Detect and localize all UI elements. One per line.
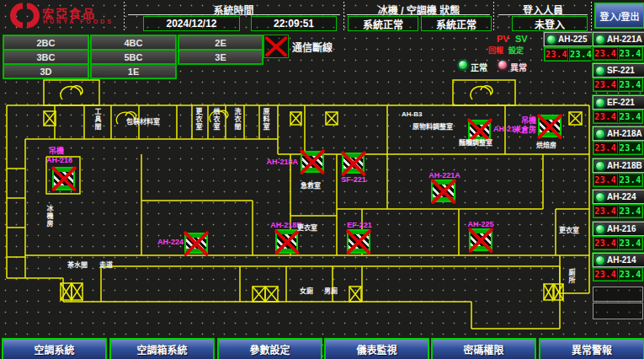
plan-unit-ah-225-icon[interactable] [469, 228, 492, 251]
room-label: 原物料調整室 [412, 123, 453, 131]
plan-unit-label: AH-224 [148, 238, 184, 246]
status-light-icon [546, 35, 556, 45]
plan-unit-label: SF-221 [337, 175, 370, 184]
room-label: 茶水間 [67, 261, 88, 269]
separator [493, 2, 494, 30]
ahu-row-ah-225[interactable]: AH-225 [544, 32, 593, 46]
plan-unit-label: 吊機 [49, 147, 64, 155]
plan-unit-label: AH-225 [464, 220, 498, 228]
sv-desc-legend: 設定 [508, 45, 524, 56]
separator [124, 2, 125, 30]
comm-offline-label: 通信斷線 [292, 40, 333, 54]
system-date-value: 2024/12/12 [143, 16, 240, 31]
chiller-status-value: 系統正常 [348, 16, 418, 31]
divider [498, 14, 588, 15]
status-light-icon [595, 35, 605, 45]
room-label: AH-B3 [402, 110, 422, 118]
room-label: 麵糰調整室 [459, 139, 492, 147]
header: 宏亞食品 HUNYA FOODS 系統時間 2024/12/12 22:09:5… [0, 0, 644, 32]
sv-value: 23.4 [569, 48, 593, 61]
room-label: 烘衣室 [211, 108, 221, 131]
room-label: 更衣室 [194, 108, 203, 131]
floorplan: 吊機 AH-216 AH-224 AH-218B AH-218A SF-221 … [0, 74, 644, 337]
abnormal-legend-label: 異常 [510, 61, 527, 73]
plan-unit-ah-221a-icon[interactable] [431, 180, 455, 202]
room-label: 廁所 [567, 269, 576, 284]
room-label: 急救室 [301, 182, 321, 190]
plan-unit-ah-218b-icon[interactable] [275, 229, 298, 254]
plan-unit-label: AH-221A [426, 171, 463, 180]
plan-unit-sf-221-icon[interactable] [342, 153, 365, 174]
ahu-name: AH-225 [558, 35, 587, 44]
plan-unit-ah-218a-icon[interactable] [301, 151, 324, 173]
system-clock-value: 22:09:51 [251, 16, 337, 31]
pv-value: 23.4 [545, 48, 568, 61]
normal-light-icon [458, 60, 468, 70]
normal-legend-label: 正常 [471, 61, 487, 73]
plan-unit-label: AH-218A [261, 158, 298, 166]
plan-unit-ah-224-icon[interactable] [184, 233, 208, 254]
nav-meter-monitor-button[interactable]: 儀表監視 [324, 338, 429, 359]
nav-param-settings-button[interactable]: 參數設定 [217, 338, 322, 359]
sv-value: 23.4 [619, 47, 643, 60]
abnormal-light-icon [498, 60, 508, 70]
ahu-values-ah-221a: 23.4 23.4 [593, 46, 643, 61]
plan-unit-ah-216-icon[interactable] [52, 167, 75, 190]
brand-name-en: HUNYA FOODS [43, 19, 114, 24]
room-label: 烘焙房 [536, 142, 556, 149]
ahu-name: AH-221A [607, 35, 642, 44]
pv-legend: PV [497, 34, 509, 44]
room-label: 更衣室 [297, 224, 317, 232]
nav-ac-system-button[interactable]: 空調系統 [2, 338, 107, 359]
ahu-row-ah-221a[interactable]: AH-221A [593, 32, 644, 46]
login-user-value: 未登入 [512, 16, 588, 31]
room-label: 冰機房 [45, 205, 54, 228]
comm-offline-icon [263, 35, 289, 58]
room-label: 洗衣間 [232, 108, 242, 131]
login-logout-button[interactable]: 登入/登出 [594, 3, 644, 29]
plan-unit-label: 米倉房 [510, 126, 536, 134]
room-label: 男廁 [324, 287, 338, 295]
separator [591, 2, 592, 30]
pv-desc-legend: 回報 [488, 45, 503, 56]
nav-ahu-system-button[interactable]: 空調箱系統 [109, 338, 215, 359]
brand-logo-icon [7, 2, 40, 29]
room-label: 走道 [99, 261, 113, 269]
sv-legend: SV [515, 34, 528, 44]
separator [343, 2, 344, 30]
nav-alarm-button[interactable]: 異常警報 [539, 338, 644, 359]
plan-unit-ef-221-icon[interactable] [347, 229, 370, 254]
plan-unit-label: AH-216 [46, 156, 72, 164]
floor-button-3e[interactable]: 3E [178, 49, 263, 65]
room-label: 女廁 [300, 287, 313, 295]
pv-value: 23.4 [593, 47, 618, 60]
room-label: 原料室 [261, 108, 270, 131]
plan-unit-label: 吊機 [515, 116, 536, 125]
nav-password-auth-button[interactable]: 密碼權限 [431, 338, 536, 359]
ac-status-value: 系統正常 [421, 16, 492, 31]
room-label: 包裝材料室 [126, 118, 160, 126]
divider [347, 14, 490, 15]
room-label: 工具間 [93, 108, 102, 131]
plan-unit-label: EF-221 [342, 221, 377, 229]
divider [128, 14, 340, 15]
plan-unit-hoist-icon[interactable] [538, 115, 562, 137]
ahu-values-ah-225: 23.4 23.4 [544, 47, 591, 62]
room-label: 更衣室 [559, 227, 579, 234]
shaft-x-icons [44, 111, 582, 302]
